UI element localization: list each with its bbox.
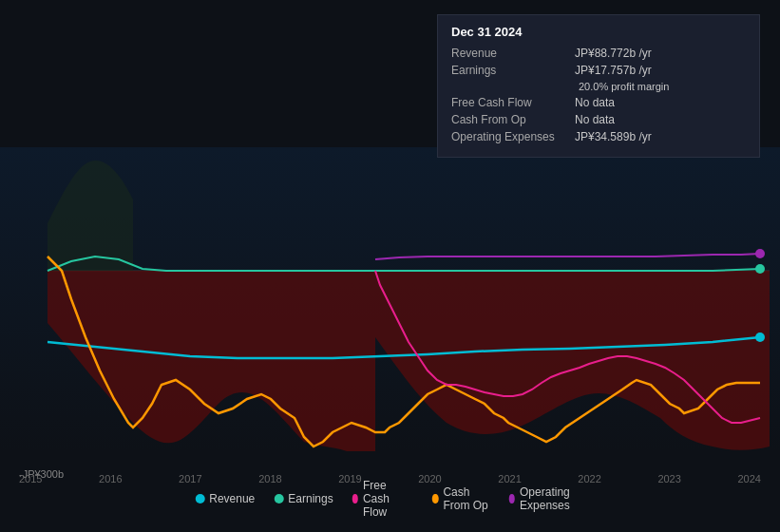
legend-dot-operating-expenses xyxy=(509,494,515,504)
operating-expenses-value: JP¥34.589b /yr xyxy=(575,130,652,143)
legend-dot-free-cash-flow xyxy=(352,494,358,504)
earnings-label: Earnings xyxy=(451,64,575,77)
legend-revenue[interactable]: Revenue xyxy=(195,492,255,505)
cash-from-op-label: Cash From Op xyxy=(451,113,575,126)
svg-point-6 xyxy=(755,249,765,258)
chart-svg xyxy=(0,147,780,451)
legend-free-cash-flow[interactable]: Free Cash Flow xyxy=(352,479,413,519)
x-tick-2024: 2024 xyxy=(737,473,760,484)
legend-dot-revenue xyxy=(195,494,204,504)
operating-expenses-label: Operating Expenses xyxy=(451,130,575,143)
free-cash-flow-label: Free Cash Flow xyxy=(451,96,575,109)
legend-operating-expenses[interactable]: Operating Expenses xyxy=(509,485,585,512)
legend-label-revenue: Revenue xyxy=(209,492,255,505)
legend-dot-cash-from-op xyxy=(432,494,438,504)
legend-label-free-cash-flow: Free Cash Flow xyxy=(363,479,413,519)
legend-dot-earnings xyxy=(274,494,283,504)
cash-from-op-row: Cash From Op No data xyxy=(451,113,746,126)
x-tick-2016: 2016 xyxy=(99,473,122,484)
revenue-label: Revenue xyxy=(451,47,575,60)
revenue-value: JP¥88.772b /yr xyxy=(575,47,652,60)
revenue-row: Revenue JP¥88.772b /yr xyxy=(451,47,746,60)
legend-label-operating-expenses: Operating Expenses xyxy=(520,485,585,512)
earnings-value: JP¥17.757b /yr xyxy=(575,64,652,77)
operating-expenses-row: Operating Expenses JP¥34.589b /yr xyxy=(451,130,746,143)
cash-from-op-value: No data xyxy=(575,113,615,126)
svg-point-5 xyxy=(755,264,765,274)
legend-label-earnings: Earnings xyxy=(288,492,333,505)
legend-earnings[interactable]: Earnings xyxy=(274,492,333,505)
chart-container: Dec 31 2024 Revenue JP¥88.772b /yr Earni… xyxy=(0,0,780,532)
profit-margin-value: 20.0% profit margin xyxy=(579,81,669,92)
legend-label-cash-from-op: Cash From Op xyxy=(443,485,489,512)
chart-legend: Revenue Earnings Free Cash Flow Cash Fro… xyxy=(195,479,585,519)
profit-margin-row: 20.0% profit margin xyxy=(451,81,746,92)
info-box: Dec 31 2024 Revenue JP¥88.772b /yr Earni… xyxy=(437,14,760,158)
x-tick-2023: 2023 xyxy=(657,473,680,484)
legend-cash-from-op[interactable]: Cash From Op xyxy=(432,485,490,512)
svg-point-4 xyxy=(755,332,765,342)
free-cash-flow-row: Free Cash Flow No data xyxy=(451,96,746,109)
info-date: Dec 31 2024 xyxy=(451,25,746,39)
x-tick-2015: 2015 xyxy=(19,473,42,484)
earnings-row: Earnings JP¥17.757b /yr xyxy=(451,64,746,77)
free-cash-flow-value: No data xyxy=(575,96,615,109)
